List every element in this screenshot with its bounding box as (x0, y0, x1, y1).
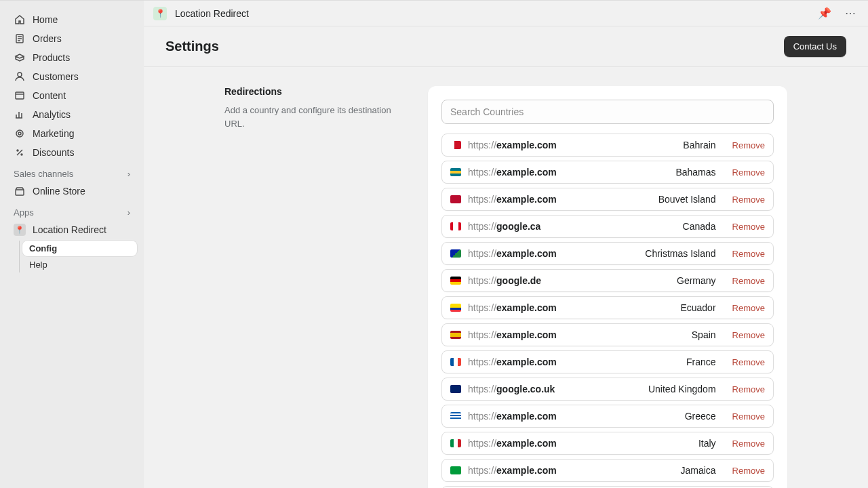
redirect-url: https://example.com (468, 302, 667, 313)
store-icon (14, 185, 26, 197)
chevron-right-icon: › (127, 169, 130, 179)
redirect-entry[interactable]: https://google.caCanadaRemove (441, 215, 774, 238)
svg-point-3 (16, 130, 23, 137)
redirect-url: https://example.com (468, 357, 673, 367)
contact-us-button[interactable]: Contact Us (784, 36, 846, 57)
remove-button[interactable]: Remove (732, 140, 765, 150)
redirect-entry[interactable]: https://example.comFranceRemove (441, 350, 774, 373)
flag-icon (450, 331, 461, 339)
remove-button[interactable]: Remove (732, 357, 765, 367)
remove-button[interactable]: Remove (732, 195, 765, 205)
nav-orders[interactable]: Orders (7, 29, 137, 48)
redirect-url: https://google.ca (468, 221, 669, 232)
remove-button[interactable]: Remove (732, 384, 765, 394)
svg-point-4 (18, 132, 21, 135)
section-sales-channels[interactable]: Sales channels › (7, 163, 137, 180)
nav-label: Discounts (33, 147, 74, 158)
app-name-label: Location Redirect (33, 224, 106, 235)
app-icon: 📍 (14, 224, 26, 236)
redirect-entry[interactable]: https://google.co.ukUnited KingdomRemove (441, 378, 774, 401)
content-icon (14, 89, 26, 102)
chevron-right-icon: › (127, 207, 130, 218)
svg-rect-2 (16, 92, 24, 99)
remove-button[interactable]: Remove (732, 330, 765, 340)
redirect-url: https://example.com (468, 248, 631, 259)
sales-channels-label: Sales channels (14, 169, 73, 179)
redirect-entry[interactable]: https://example.comBouvet IslandRemove (441, 188, 774, 211)
pin-icon[interactable]: 📌 (815, 5, 834, 21)
redirect-entry[interactable]: https://example.comGreeceRemove (441, 405, 774, 428)
country-name: Bahrain (683, 140, 715, 150)
country-name: Jamaica (680, 465, 715, 476)
flag-icon (450, 304, 461, 312)
search-countries-input[interactable] (441, 100, 774, 124)
products-icon (14, 52, 26, 64)
redirect-url: https://google.de (468, 275, 663, 286)
redirect-entry[interactable]: https://example.comBahamasRemove (441, 161, 774, 184)
nav-online-store[interactable]: Online Store (7, 182, 137, 201)
svg-point-1 (18, 73, 22, 77)
flag-icon (450, 168, 461, 176)
nav-products[interactable]: Products (7, 48, 137, 67)
remove-button[interactable]: Remove (732, 303, 765, 313)
section-apps[interactable]: Apps › (7, 202, 137, 219)
country-name: France (686, 357, 716, 367)
app-icon: 📍 (153, 7, 167, 20)
apps-label: Apps (14, 207, 34, 218)
section-description: Add a country and configure its destinat… (224, 104, 408, 130)
more-icon[interactable]: ⋯ (842, 5, 859, 21)
section-info: Redirections Add a country and configure… (224, 86, 408, 488)
app-title: Location Redirect (175, 8, 249, 19)
redirect-url: https://example.com (468, 465, 667, 476)
remove-button[interactable]: Remove (732, 439, 765, 449)
redirect-entry[interactable]: https://example.comBahrainRemove (441, 134, 774, 157)
redirect-entry[interactable]: https://example.comJamaicaRemove (441, 459, 774, 482)
redirect-url: https://example.com (468, 167, 662, 178)
redirect-entry[interactable]: https://example.comSpainRemove (441, 323, 774, 346)
nav-content[interactable]: Content (7, 86, 137, 105)
page-header: Settings Contact Us (144, 26, 868, 67)
section-title: Redirections (224, 86, 408, 97)
flag-icon (450, 222, 461, 230)
redirect-url: https://example.com (468, 438, 685, 449)
flag-icon (450, 249, 461, 258)
nav-label: Orders (33, 33, 62, 44)
online-store-label: Online Store (33, 186, 85, 197)
country-name: Ecuador (680, 302, 715, 313)
nav-app-location-redirect[interactable]: 📍 Location Redirect (7, 220, 137, 239)
nav-discounts[interactable]: Discounts (7, 143, 137, 162)
flag-icon (450, 358, 461, 366)
redirect-url: https://example.com (468, 329, 678, 340)
country-name: Germany (677, 275, 716, 286)
page-title: Settings (165, 39, 219, 54)
redirect-url: https://example.com (468, 140, 669, 150)
remove-button[interactable]: Remove (732, 222, 765, 232)
nav-sub-help[interactable]: Help (22, 257, 137, 272)
redirect-url: https://example.com (468, 194, 645, 205)
nav-sub-config[interactable]: Config (22, 241, 137, 256)
svg-rect-5 (16, 190, 24, 195)
redirect-entry[interactable]: https://example.comEcuadorRemove (441, 296, 774, 319)
remove-button[interactable]: Remove (732, 167, 765, 178)
flag-icon (450, 385, 461, 393)
redirections-card: https://example.comBahrainRemovehttps://… (428, 86, 787, 488)
remove-button[interactable]: Remove (732, 411, 765, 422)
nav-home[interactable]: Home (7, 10, 137, 29)
redirect-entry[interactable]: https://example.comChristmas IslandRemov… (441, 242, 774, 265)
country-name: United Kingdom (648, 384, 716, 394)
orders-icon (14, 33, 26, 45)
redirect-url: https://example.com (468, 411, 671, 422)
nav-analytics[interactable]: Analytics (7, 105, 137, 124)
remove-button[interactable]: Remove (732, 276, 765, 286)
remove-button[interactable]: Remove (732, 466, 765, 476)
country-name: Greece (685, 411, 716, 422)
redirect-entry[interactable]: https://google.deGermanyRemove (441, 269, 774, 292)
remove-button[interactable]: Remove (732, 249, 765, 259)
nav-marketing[interactable]: Marketing (7, 124, 137, 143)
nav-customers[interactable]: Customers (7, 67, 137, 86)
marketing-icon (14, 127, 26, 140)
redirect-entry[interactable]: https://example.comItalyRemove (441, 432, 774, 455)
country-name: Bahamas (675, 167, 715, 178)
analytics-icon (14, 108, 26, 121)
country-name: Canada (683, 221, 716, 232)
